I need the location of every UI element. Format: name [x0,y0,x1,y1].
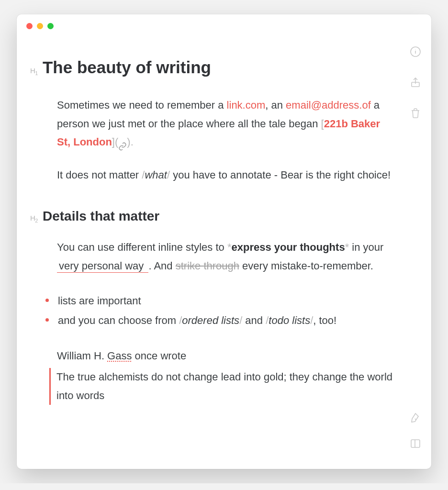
bracket-mid: ]( [112,136,118,148]
blockquote[interactable]: The true alchemists do not change lead i… [49,368,393,405]
editor-tools [409,412,422,450]
text: in your [349,241,383,253]
bracket-close: ). [127,136,133,148]
text: You can use different inline styles to [57,241,227,253]
svg-rect-4 [411,440,420,447]
url-link[interactable]: link.com [227,99,266,111]
trash-icon[interactable] [409,107,422,119]
bold-text: express your thoughts [231,241,345,253]
text: . And [148,260,175,272]
bold-marker: * [345,241,349,253]
attribution-line[interactable]: William H. Gass once wrote [57,347,393,366]
paragraph-1[interactable]: Sometimes we need to remember a link.com… [57,96,393,152]
minimize-window-button[interactable] [37,23,43,29]
text: once wrote [132,350,186,362]
note-body[interactable]: H1 The beauty of writing Sometimes we ne… [49,53,393,405]
text: , an [265,99,286,111]
zoom-window-button[interactable] [47,23,54,29]
italic-text: what [145,169,167,181]
pen-icon[interactable] [409,412,422,424]
text: William H. [57,350,107,362]
info-icon[interactable] [409,45,422,58]
sidebar-actions [409,45,422,119]
close-window-button[interactable] [26,23,33,29]
text: every mistake-to-remember. [239,260,373,272]
text: It does not matter [57,169,142,181]
list-item-text: lists are important [58,295,141,307]
editor-window: H1 The beauty of writing Sometimes we ne… [17,14,431,469]
svg-point-2 [415,49,415,49]
underline-text: very personal way [57,260,148,273]
quote-text: The true alchemists do not change lead i… [56,371,392,401]
h2-marker: H2 [30,212,38,225]
window-controls [26,23,54,29]
heading-2-row: H2 Details that matter [30,204,393,228]
text: Sometimes we need to remember a [57,99,227,111]
section-title[interactable]: Details that matter [43,204,159,228]
bullet-list[interactable]: lists are important and you can choose f… [49,291,393,330]
spellcheck-word[interactable]: Gass [107,350,132,362]
email-link[interactable]: email@address.of [286,99,371,111]
link-attachment-icon[interactable] [118,138,127,147]
note-title[interactable]: The beauty of writing [43,53,211,82]
text: and you can choose from [58,314,179,326]
paragraph-2[interactable]: It does not matter /what/ you have to an… [57,166,393,185]
text: you have to annotate - Bear is the right… [170,169,391,181]
list-item[interactable]: lists are important [45,291,393,311]
paragraph-3[interactable]: You can use different inline styles to *… [57,238,393,275]
text: and [242,314,266,326]
italic-text: todo lists [269,314,310,326]
italic-text: ordered lists [182,314,239,326]
panel-icon[interactable] [409,437,422,450]
share-icon[interactable] [409,76,422,89]
heading-1-row: H1 The beauty of writing [30,53,393,82]
text: , too! [313,314,336,326]
h1-marker: H1 [30,65,38,78]
strike-text: strike through [176,260,239,272]
list-item[interactable]: and you can choose from /ordered lists/ … [45,311,393,331]
